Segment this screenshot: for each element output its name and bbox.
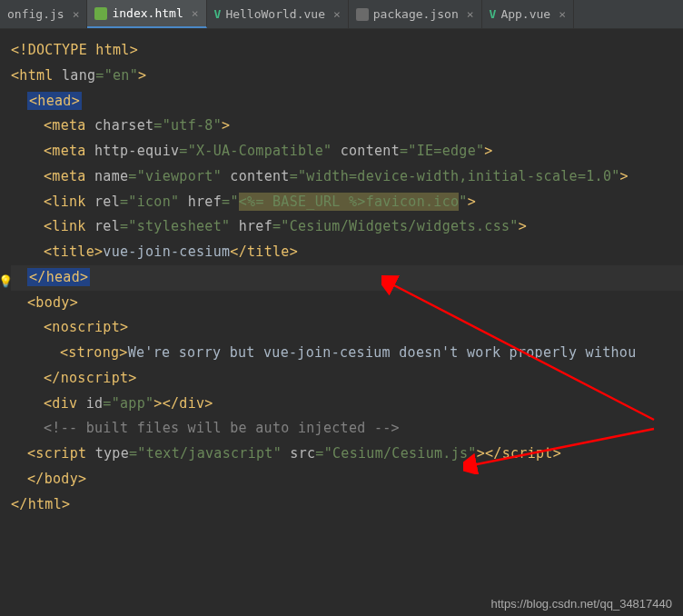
code-line: <!-- built files will be auto injected -… xyxy=(11,416,683,442)
lightbulb-icon[interactable]: 💡 xyxy=(0,271,13,293)
code-line: <link rel="stylesheet" href="Cesium/Widg… xyxy=(11,214,683,240)
tab-label: package.json xyxy=(373,7,459,21)
tab-label: onfig.js xyxy=(7,7,64,21)
code-line: <meta http-equiv="X-UA-Compatible" conte… xyxy=(11,139,683,164)
tab-config-js[interactable]: onfig.js × xyxy=(0,0,87,28)
json-file-icon xyxy=(356,8,369,21)
watermark-text: https://blog.csdn.net/qq_34817440 xyxy=(491,597,673,611)
code-line: <link rel="icon" href="<%= BASE_URL %>fa… xyxy=(11,190,683,215)
code-line: <head> xyxy=(11,89,683,114)
close-icon[interactable]: × xyxy=(73,7,80,21)
tab-label: index.html xyxy=(112,6,183,20)
editor-tabs: onfig.js × index.html × V HelloWorld.vue… xyxy=(0,0,683,29)
html-file-icon xyxy=(94,7,107,20)
close-icon[interactable]: × xyxy=(192,6,199,20)
code-line: </body> xyxy=(11,467,683,492)
close-icon[interactable]: × xyxy=(467,7,474,21)
code-line: <!DOCTYPE html> xyxy=(11,38,683,64)
vue-file-icon: V xyxy=(490,7,497,21)
vue-file-icon: V xyxy=(214,7,222,21)
code-line: </noscript> xyxy=(11,366,683,392)
code-line: </html> xyxy=(11,492,683,518)
tab-helloworld-vue[interactable]: V HelloWorld.vue × xyxy=(207,0,349,28)
code-line: <strong>We're sorry but vue-join-cesium … xyxy=(11,341,683,366)
code-editor[interactable]: 💡 <!DOCTYPE html> <html lang="en"> <head… xyxy=(0,29,683,526)
tab-app-vue[interactable]: V App.vue × xyxy=(482,0,574,28)
code-line: <meta charset="utf-8"> xyxy=(11,114,683,139)
close-icon[interactable]: × xyxy=(559,7,566,21)
code-line: <html lang="en"> xyxy=(11,64,683,89)
code-line-active: </head> xyxy=(11,265,683,291)
code-line: <meta name="viewport" content="width=dev… xyxy=(11,164,683,190)
code-line: <noscript> xyxy=(11,315,683,341)
tab-label: App.vue xyxy=(500,7,550,21)
close-icon[interactable]: × xyxy=(333,7,341,21)
tab-label: HelloWorld.vue xyxy=(225,7,325,21)
code-line: <title>vue-join-cesium</title> xyxy=(11,240,683,265)
code-line: <script type="text/javascript" src="Cesi… xyxy=(11,442,683,467)
tab-index-html[interactable]: index.html × xyxy=(87,0,206,28)
tab-package-json[interactable]: package.json × xyxy=(349,0,482,28)
code-line: <body> xyxy=(11,291,683,316)
code-line: <div id="app"></div> xyxy=(11,392,683,417)
